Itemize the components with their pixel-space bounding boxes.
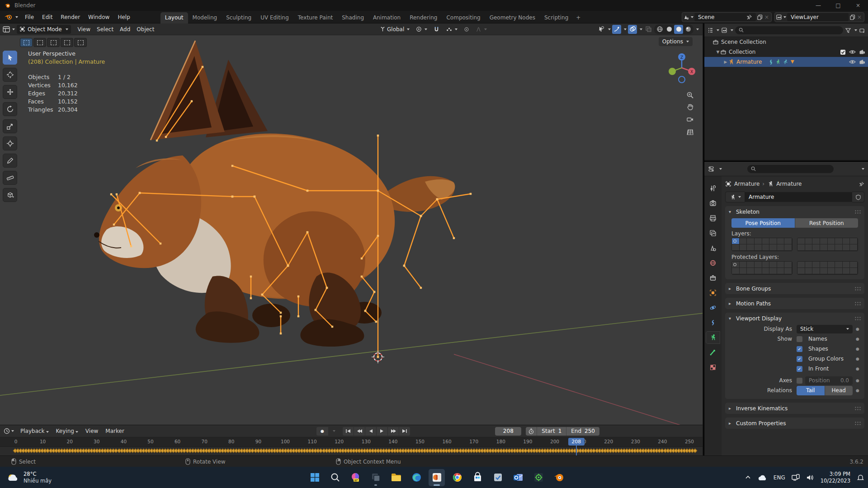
display-as-dropdown[interactable]: Stick	[797, 325, 853, 333]
properties-tab-output[interactable]	[706, 212, 720, 224]
taskbar-icon-file-explorer[interactable]	[388, 469, 404, 486]
skeleton-position-rest-position[interactable]: Rest Position	[795, 218, 859, 228]
layer-cell[interactable]	[843, 268, 850, 274]
toggle-grid-icon[interactable]	[684, 127, 695, 137]
layer-cell[interactable]	[740, 244, 747, 251]
language-indicator[interactable]: ENG	[774, 474, 785, 481]
workspace-tab-layout[interactable]: Layout	[160, 12, 188, 23]
properties-tab-constraints[interactable]	[706, 317, 720, 328]
end-frame-field[interactable]: End 250	[566, 427, 599, 436]
scale-tool[interactable]	[3, 119, 17, 133]
datablock-name-field[interactable]: Armature	[745, 192, 852, 202]
properties-editor-icon[interactable]	[708, 166, 714, 172]
outliner-filter-type-icon[interactable]	[721, 27, 727, 33]
taskbar-icon-pc-manager[interactable]	[490, 469, 506, 486]
shading-material-button[interactable]	[674, 25, 683, 34]
tray-chevron-up-icon[interactable]	[745, 474, 751, 480]
new-collection-icon[interactable]	[859, 27, 865, 33]
outliner-row-scene-collection[interactable]: Scene Collection	[704, 37, 868, 47]
chevron-down-icon[interactable]	[862, 168, 864, 170]
properties-tab-scene[interactable]	[706, 242, 720, 254]
layer-cell[interactable]	[805, 262, 813, 268]
next-keyframe-button[interactable]	[388, 427, 399, 436]
viewport-menu-select[interactable]: Select	[94, 25, 117, 34]
timeline-ruler[interactable]: 0102030405060708090100110120130140150160…	[0, 437, 703, 447]
blender-logo-icon[interactable]	[5, 14, 12, 20]
layer-cell[interactable]	[777, 268, 785, 274]
layer-cell[interactable]	[820, 262, 828, 268]
taskbar-icon-outlook[interactable]	[510, 469, 526, 486]
skeleton-position-pose-position[interactable]: Pose Position	[731, 218, 795, 228]
maximize-button[interactable]: □	[828, 0, 848, 11]
fake-user-button[interactable]	[852, 192, 864, 202]
workspace-tab-animation[interactable]: Animation	[368, 12, 405, 23]
timeline-menu-marker[interactable]: Marker	[102, 427, 127, 436]
workspace-tab-texture-paint[interactable]: Texture Paint	[293, 12, 337, 23]
camera-toggle-icon[interactable]	[859, 59, 865, 65]
group-colors-checkbox[interactable]: ✓	[797, 356, 802, 362]
layer-cell[interactable]	[820, 268, 828, 274]
taskbar-icon-paint-preview[interactable]	[347, 469, 363, 486]
timeline-menu-keying[interactable]: Keying	[52, 427, 82, 436]
axes-checkbox[interactable]	[797, 378, 802, 384]
outliner-row-collection[interactable]: ▼Collection	[704, 47, 868, 57]
taskbar-icon-edge[interactable]	[408, 469, 425, 486]
clock-widget[interactable]: 3:09 PM 10/22/2023	[821, 471, 850, 484]
layer-cell[interactable]	[805, 238, 813, 244]
timeline-menu-view[interactable]: View	[82, 427, 102, 436]
gizmos-toggle[interactable]	[612, 25, 621, 34]
animate-dot[interactable]: ●	[854, 347, 861, 351]
layer-cell[interactable]	[820, 244, 828, 251]
properties-tab-render[interactable]	[706, 197, 720, 209]
mode-dropdown[interactable]: Object Mode	[17, 25, 71, 34]
layer-cell[interactable]	[784, 238, 792, 244]
menu-render[interactable]: Render	[57, 12, 84, 22]
layer-cell[interactable]	[835, 244, 843, 251]
animate-dot[interactable]: ●	[854, 378, 861, 383]
new-viewlayer-icon[interactable]	[849, 14, 856, 20]
workspace-tab-sculpting[interactable]: Sculpting	[222, 12, 256, 23]
z-neg-axis-handle[interactable]	[679, 76, 685, 83]
overlays-toggle[interactable]	[628, 25, 637, 34]
taskbar-icon-start[interactable]	[307, 469, 323, 486]
panel-inverse-kinematics[interactable]: ▸Inverse Kinematics	[725, 403, 864, 414]
rotate-tool[interactable]	[3, 102, 17, 116]
properties-tab-data[interactable]	[706, 332, 720, 343]
armature-layers-grid[interactable]	[731, 238, 858, 251]
move-tool[interactable]	[3, 85, 17, 99]
properties-tab-bone[interactable]	[706, 347, 720, 358]
animate-dot[interactable]: ●	[854, 388, 861, 393]
layer-cell[interactable]	[732, 244, 740, 251]
minimize-button[interactable]: —	[808, 0, 828, 11]
transform-tool[interactable]	[3, 136, 17, 150]
layer-cell[interactable]	[797, 244, 805, 251]
layer-cell[interactable]	[762, 268, 770, 274]
add-workspace-button[interactable]: +	[573, 12, 584, 23]
taskbar-icon-chrome[interactable]	[449, 469, 465, 486]
expand-arrow-icon[interactable]: ▼	[716, 50, 720, 54]
proportional-falloff-dropdown[interactable]	[474, 25, 489, 34]
layer-cell[interactable]	[812, 238, 820, 244]
properties-tab-physics[interactable]	[706, 302, 720, 314]
add-cube-tool[interactable]	[3, 188, 17, 202]
breadcrumb-data[interactable]: Armature	[776, 181, 802, 187]
pin-icon[interactable]	[859, 181, 864, 187]
menu-help[interactable]: Help	[113, 12, 134, 22]
drag-grip-icon[interactable]	[854, 210, 861, 214]
taskbar-icon-ms-store[interactable]	[469, 469, 486, 486]
datablock-type-dropdown[interactable]	[725, 192, 745, 202]
layer-cell[interactable]	[755, 268, 762, 274]
editor-type-icon[interactable]	[3, 26, 10, 33]
timeline-editor-icon[interactable]	[4, 428, 10, 434]
viewport-scene[interactable]	[0, 23, 703, 425]
layer-cell[interactable]	[755, 238, 762, 244]
layer-cell[interactable]	[828, 244, 835, 251]
current-frame-field[interactable]: 208	[495, 427, 521, 436]
layer-cell[interactable]	[762, 244, 770, 251]
taskbar-icon-search[interactable]	[327, 469, 343, 486]
layer-cell[interactable]	[850, 244, 858, 251]
menu-edit[interactable]: Edit	[38, 12, 57, 22]
menu-file[interactable]: File	[21, 12, 38, 22]
panel-bone-groups[interactable]: ▸Bone Groups	[725, 283, 864, 294]
eye-toggle-icon[interactable]	[849, 59, 856, 65]
